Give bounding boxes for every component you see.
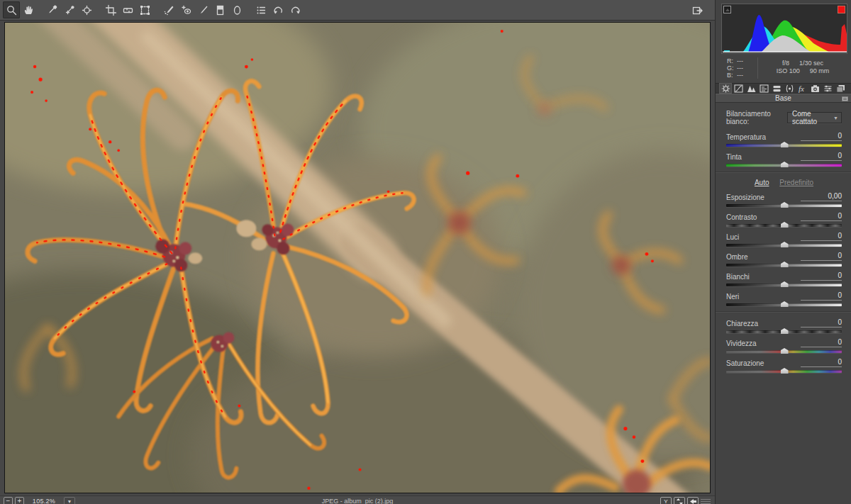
basic-panel: Bilanciamento bianco: Come scattato ▼ Te… <box>716 103 851 373</box>
contrast-value[interactable]: 0 <box>801 212 842 221</box>
basic-panel-icon <box>721 84 730 93</box>
tab-basic[interactable] <box>719 83 732 94</box>
slider-handle[interactable] <box>781 162 789 167</box>
crop-icon <box>105 4 117 16</box>
tab-hsl[interactable] <box>757 83 770 94</box>
svg-text:fx: fx <box>799 84 804 93</box>
vibrance-slider[interactable] <box>726 350 842 353</box>
white-balance-row: Bilanciamento bianco: Come scattato ▼ <box>726 110 842 125</box>
saturation-slider[interactable] <box>726 370 842 373</box>
tab-effects[interactable]: fx <box>796 83 809 94</box>
fullscreen-toggle-button[interactable] <box>689 2 706 19</box>
crop-tool[interactable] <box>102 1 119 18</box>
adjustments-sidebar: R:--- G:--- B:--- f/81/30 sec ISO 10090 … <box>715 0 851 504</box>
tint-slider[interactable] <box>726 164 842 167</box>
slider-handle[interactable] <box>781 348 789 354</box>
whites-label: Bianchi <box>726 273 750 281</box>
auto-link[interactable]: Auto <box>755 179 769 186</box>
highlights-value[interactable]: 0 <box>801 232 842 241</box>
camera-icon <box>811 84 820 93</box>
slider-handle[interactable] <box>781 242 789 247</box>
preferences-tool[interactable] <box>252 1 269 18</box>
rotate-right-tool[interactable] <box>287 1 304 18</box>
transform-tool[interactable] <box>136 1 153 18</box>
tint-value[interactable]: 0 <box>801 152 842 161</box>
toolbar <box>0 0 715 21</box>
copy-settings-button[interactable] <box>687 497 699 504</box>
hsl-icon <box>760 84 769 93</box>
slider-handle[interactable] <box>781 281 789 287</box>
temperature-slider[interactable] <box>726 144 842 147</box>
targeted-adjustment-tool[interactable] <box>78 1 95 18</box>
zoom-level-value[interactable]: 105.2% <box>26 497 62 504</box>
vibrance-value[interactable]: 0 <box>801 338 842 347</box>
clarity-slider[interactable] <box>726 330 842 333</box>
exposure-value[interactable]: 0,00 <box>801 192 842 201</box>
adjustment-brush-tool[interactable] <box>194 1 211 18</box>
zoom-controls: − + 105.2% ▼ <box>4 497 75 504</box>
iso-value: ISO 100 <box>777 67 800 74</box>
slider-handle[interactable] <box>781 222 789 228</box>
zoom-level-dropdown[interactable]: ▼ <box>64 497 75 504</box>
whites-value[interactable]: 0 <box>801 271 842 281</box>
swap-before-after-button[interactable] <box>674 497 685 504</box>
zoom-tool[interactable] <box>3 1 20 18</box>
slider-handle[interactable] <box>781 202 789 208</box>
vibrance-slider-row: Vividezza0 <box>726 338 842 353</box>
panel-menu-icon[interactable] <box>842 96 848 101</box>
histogram[interactable] <box>721 4 847 54</box>
white-balance-tool[interactable] <box>44 1 61 18</box>
before-after-toggle-button[interactable]: Y <box>660 497 672 504</box>
graduated-filter-tool[interactable] <box>211 1 228 18</box>
highlights-slider[interactable] <box>726 244 842 247</box>
eyedropper-target-icon <box>64 4 76 16</box>
default-link[interactable]: Predefinito <box>779 179 813 186</box>
tab-lens-corrections[interactable] <box>783 83 796 94</box>
tab-tone-curve[interactable] <box>732 83 745 94</box>
clarity-value[interactable]: 0 <box>801 318 842 327</box>
shadows-value[interactable]: 0 <box>801 252 842 261</box>
slider-handle[interactable] <box>781 328 789 334</box>
divider <box>716 172 851 173</box>
spot-removal-tool[interactable] <box>160 1 177 18</box>
slider-handle[interactable] <box>781 262 789 267</box>
red-eye-tool[interactable] <box>177 1 194 18</box>
panel-header: Base <box>716 94 851 103</box>
preview-menu-icon[interactable] <box>701 497 711 504</box>
tab-split-toning[interactable] <box>770 83 783 94</box>
photo-witch-hazel[interactable] <box>5 23 710 493</box>
exposure-slider[interactable] <box>726 204 842 207</box>
eyedropper-icon <box>47 4 59 16</box>
tab-presets[interactable] <box>822 83 835 94</box>
temperature-value[interactable]: 0 <box>801 132 842 141</box>
straighten-tool[interactable] <box>119 1 136 18</box>
tab-detail[interactable] <box>745 83 757 94</box>
saturation-value[interactable]: 0 <box>801 358 842 367</box>
zoom-out-button[interactable]: − <box>4 497 13 504</box>
hand-tool[interactable] <box>20 1 37 18</box>
white-balance-label: Bilanciamento bianco: <box>726 110 787 125</box>
slider-handle[interactable] <box>781 368 789 374</box>
tab-snapshots[interactable] <box>835 83 847 94</box>
zoom-in-button[interactable]: + <box>15 497 24 504</box>
tab-camera-calibration[interactable] <box>809 83 822 94</box>
rotate-left-tool[interactable] <box>269 1 287 18</box>
g-value: --- <box>737 65 743 72</box>
shadows-slider[interactable] <box>726 264 842 267</box>
temperature-slider-row: Temperatura0 <box>726 132 842 147</box>
exposure-slider-row: Esposizione0,00 <box>726 192 842 207</box>
slider-handle[interactable] <box>781 142 789 147</box>
photo-frame <box>4 22 711 493</box>
white-balance-value: Come scattato <box>792 110 833 125</box>
divider <box>716 311 851 313</box>
radial-filter-tool[interactable] <box>228 1 245 18</box>
white-balance-select[interactable]: Come scattato ▼ <box>787 112 842 123</box>
contrast-slider[interactable] <box>726 224 842 227</box>
blacks-value[interactable]: 0 <box>801 291 842 301</box>
slider-handle[interactable] <box>781 301 789 307</box>
color-sampler-tool[interactable] <box>61 1 78 18</box>
focal-length-value: 90 mm <box>810 67 830 74</box>
whites-slider[interactable] <box>726 284 842 286</box>
brush-icon <box>197 4 209 16</box>
blacks-slider[interactable] <box>726 303 842 306</box>
